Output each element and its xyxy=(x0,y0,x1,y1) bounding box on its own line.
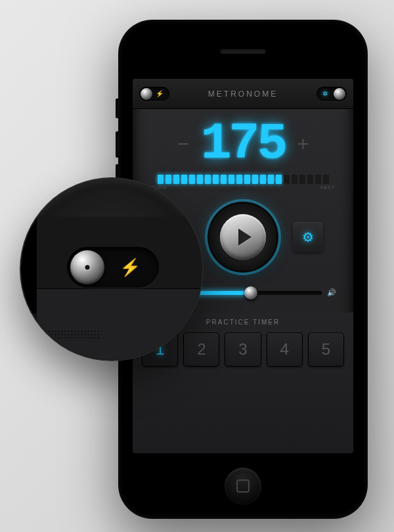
meter-segment xyxy=(252,175,258,184)
fast-label: FAST xyxy=(320,185,335,190)
speaker-grille-detail xyxy=(41,330,100,339)
mute-switch[interactable] xyxy=(116,99,118,118)
meter-segment xyxy=(299,175,305,184)
detail-magnifier: ⚡ xyxy=(20,177,204,361)
snow-icon: ✲ xyxy=(318,90,334,97)
volume-thumb[interactable] xyxy=(244,286,257,299)
tempo-plus-button[interactable]: + xyxy=(293,134,313,154)
header-bar: ⚡ METRONOME ✲ xyxy=(133,79,353,109)
flash-toggle-detail[interactable]: ⚡ xyxy=(67,247,159,288)
bpm-row: − 175 + xyxy=(133,118,353,169)
flash-icon: ⚡ xyxy=(152,90,168,97)
play-button[interactable] xyxy=(210,204,276,270)
meter-segment xyxy=(173,175,179,184)
meter-segment xyxy=(158,175,164,184)
app-title: METRONOME xyxy=(208,89,278,99)
speaker-high-icon: 🔊 xyxy=(327,288,336,297)
phone-side-detail xyxy=(20,198,37,314)
meter-segment xyxy=(181,175,187,184)
meter-segment xyxy=(276,175,282,184)
meter-segment xyxy=(323,175,329,184)
light-toggle[interactable]: ✲ xyxy=(317,87,347,101)
meter-segment xyxy=(260,175,266,184)
meter-segment xyxy=(229,175,234,184)
meter-segment xyxy=(165,175,171,184)
meter-segment xyxy=(213,175,219,184)
timer-preset-3[interactable]: 3 xyxy=(225,332,261,366)
tempo-meter-labels: SLOW FAST xyxy=(133,184,353,190)
meter-segment xyxy=(205,175,211,184)
tempo-minus-button[interactable]: − xyxy=(173,134,193,154)
toggle-knob xyxy=(141,88,152,100)
volume-up-button[interactable] xyxy=(116,131,118,158)
home-button[interactable] xyxy=(225,468,261,504)
toggle-knob-detail xyxy=(70,250,104,284)
meter-segment xyxy=(197,175,203,184)
bpm-display: 175 xyxy=(201,118,285,169)
play-button-inner xyxy=(220,214,266,260)
toggle-knob xyxy=(334,88,345,100)
timer-preset-4[interactable]: 4 xyxy=(267,332,303,366)
meter-segment xyxy=(284,175,290,184)
play-icon xyxy=(238,229,252,246)
meter-segment xyxy=(292,175,297,184)
settings-button[interactable]: ⚙ xyxy=(293,222,323,252)
meter-segment xyxy=(244,175,250,184)
meter-segment xyxy=(189,175,195,184)
meter-segment xyxy=(221,175,227,184)
flash-icon-detail: ⚡ xyxy=(104,257,156,278)
flash-toggle[interactable]: ⚡ xyxy=(139,87,169,101)
meter-segment xyxy=(307,175,313,184)
meter-segment xyxy=(315,175,321,184)
timer-preset-2[interactable]: 2 xyxy=(183,332,219,366)
timer-preset-5[interactable]: 5 xyxy=(308,332,344,366)
tempo-meter xyxy=(150,175,336,184)
gear-icon: ⚙ xyxy=(302,229,314,245)
meter-segment xyxy=(268,175,274,184)
meter-segment xyxy=(236,175,242,184)
